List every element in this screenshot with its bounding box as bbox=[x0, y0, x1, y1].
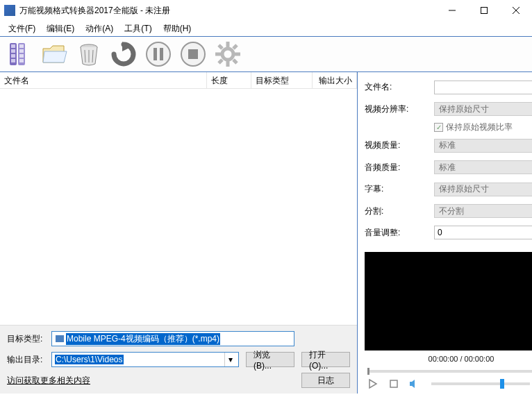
svg-rect-10 bbox=[19, 44, 24, 48]
add-file-button[interactable] bbox=[4, 39, 35, 69]
keep-ratio-checkbox[interactable]: ✓ bbox=[434, 123, 443, 132]
menu-action[interactable]: 动作(A) bbox=[80, 22, 119, 36]
video-preview bbox=[365, 252, 532, 350]
minimize-button[interactable] bbox=[436, 0, 468, 21]
open-button[interactable]: 打开(O)... bbox=[301, 352, 350, 367]
filename-label: 文件名: bbox=[365, 81, 434, 93]
svg-line-28 bbox=[219, 45, 222, 49]
menu-file[interactable]: 文件(F) bbox=[3, 22, 41, 36]
split-select[interactable]: 不分割⌄ bbox=[434, 204, 532, 218]
svg-rect-8 bbox=[11, 59, 15, 62]
toolbar bbox=[0, 36, 532, 72]
split-label: 分割: bbox=[365, 205, 434, 217]
settings-button[interactable] bbox=[213, 39, 243, 69]
log-button[interactable]: 日志 bbox=[301, 373, 350, 388]
seek-slider[interactable] bbox=[367, 370, 532, 373]
chevron-down-icon: ▾ bbox=[224, 353, 235, 366]
svg-rect-7 bbox=[11, 54, 15, 58]
svg-rect-1 bbox=[481, 8, 488, 14]
convert-button[interactable] bbox=[108, 39, 139, 69]
menu-tools[interactable]: 工具(T) bbox=[119, 22, 157, 36]
output-dir-value: C:\Users\1\Videos bbox=[55, 355, 124, 364]
resolution-select[interactable]: 保持原始尺寸⌄ bbox=[434, 102, 532, 116]
svg-line-31 bbox=[219, 60, 222, 63]
aquality-select[interactable]: 标准⌄ bbox=[434, 160, 532, 174]
svg-rect-33 bbox=[390, 380, 397, 387]
app-icon bbox=[4, 5, 15, 16]
close-button[interactable] bbox=[500, 0, 532, 21]
svg-rect-20 bbox=[160, 48, 163, 60]
svg-line-30 bbox=[233, 45, 237, 49]
target-type-value: Mobile MPEG-4视频编码（推荐）(*.mp4) bbox=[66, 333, 220, 345]
svg-rect-13 bbox=[19, 59, 24, 62]
file-list[interactable] bbox=[0, 89, 357, 325]
time-display: 00:00:00 / 00:00:00 bbox=[365, 350, 532, 367]
svg-rect-11 bbox=[19, 49, 24, 53]
window-title: 万能视频格式转换器2017全能版 - 未注册 bbox=[19, 5, 436, 17]
svg-rect-12 bbox=[19, 54, 24, 58]
volume-label: 音量调整: bbox=[365, 227, 434, 239]
output-dir-label: 输出目录: bbox=[7, 354, 51, 366]
col-targettype[interactable]: 目标类型 bbox=[251, 72, 313, 88]
col-length[interactable]: 长度 bbox=[207, 72, 251, 88]
maximize-button[interactable] bbox=[468, 0, 500, 21]
volume-slider[interactable] bbox=[431, 382, 530, 385]
svg-rect-22 bbox=[188, 49, 198, 59]
keep-ratio-label: 保持原始视频比率 bbox=[446, 121, 513, 133]
subtitle-select[interactable]: 保持原始尺寸⌄ bbox=[434, 183, 532, 196]
svg-rect-5 bbox=[11, 44, 15, 48]
output-dir-select[interactable]: C:\Users\1\Videos ▾ bbox=[51, 352, 239, 367]
menu-bar: 文件(F) 编辑(E) 动作(A) 工具(T) 帮助(H) bbox=[0, 21, 532, 36]
stop-button[interactable] bbox=[178, 39, 208, 69]
target-type-select[interactable]: Mobile MPEG-4视频编码（推荐）(*.mp4) bbox=[51, 331, 294, 346]
target-type-label: 目标类型: bbox=[7, 333, 51, 345]
vquality-select[interactable]: 标准⌄ bbox=[434, 139, 532, 153]
svg-line-29 bbox=[233, 60, 237, 63]
pause-button[interactable] bbox=[143, 39, 174, 69]
browse-button[interactable]: 浏览(B)... bbox=[246, 352, 294, 367]
col-outsize[interactable]: 输出大小 bbox=[313, 72, 357, 88]
svg-rect-6 bbox=[11, 49, 15, 53]
svg-rect-19 bbox=[153, 48, 157, 60]
filename-input[interactable] bbox=[434, 81, 532, 94]
resolution-label: 视频分辨率: bbox=[365, 103, 434, 115]
svg-rect-32 bbox=[56, 335, 64, 342]
svg-point-23 bbox=[222, 49, 233, 60]
list-header: 文件名 长度 目标类型 输出大小 bbox=[0, 72, 357, 89]
play-icon[interactable] bbox=[367, 378, 379, 389]
open-folder-button[interactable] bbox=[39, 39, 69, 69]
aquality-label: 音频质量: bbox=[365, 162, 434, 174]
title-bar: 万能视频格式转换器2017全能版 - 未注册 bbox=[0, 0, 532, 21]
volume-input[interactable] bbox=[434, 226, 532, 239]
stop-icon[interactable] bbox=[388, 378, 399, 389]
menu-help[interactable]: 帮助(H) bbox=[158, 22, 197, 36]
svg-point-18 bbox=[147, 42, 170, 66]
more-link[interactable]: 访问获取更多相关内容 bbox=[7, 375, 90, 387]
target-icon bbox=[55, 334, 65, 344]
vquality-label: 视频质量: bbox=[365, 140, 434, 151]
col-filename[interactable]: 文件名 bbox=[0, 72, 207, 88]
subtitle-label: 字幕: bbox=[365, 183, 434, 195]
menu-edit[interactable]: 编辑(E) bbox=[41, 22, 80, 36]
delete-button[interactable] bbox=[74, 39, 104, 69]
speaker-icon[interactable] bbox=[409, 378, 419, 389]
